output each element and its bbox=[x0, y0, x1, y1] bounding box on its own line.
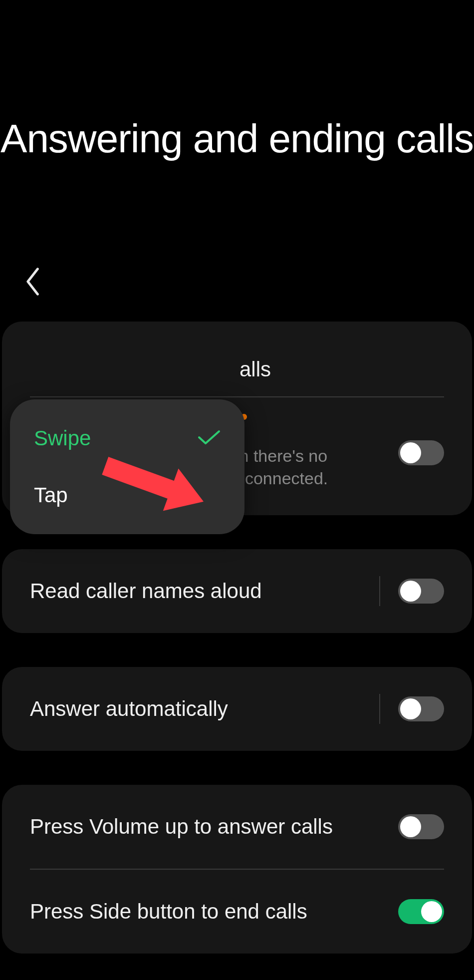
side-button-end-row[interactable]: Press Side button to end calls bbox=[30, 870, 444, 954]
check-icon bbox=[198, 426, 221, 450]
popup-option-swipe-label: Swipe bbox=[34, 426, 91, 450]
how-to-answer-label-suffix: alls bbox=[30, 357, 271, 381]
page-title: Answering and ending calls bbox=[0, 0, 474, 163]
divider-vertical bbox=[379, 576, 380, 606]
back-icon[interactable] bbox=[25, 289, 42, 297]
read-caller-names-toggle[interactable] bbox=[398, 579, 444, 604]
answer-automatically-toggle[interactable] bbox=[398, 696, 444, 721]
answer-automatically-card: Answer automatically bbox=[2, 667, 472, 751]
answer-using-speaker-toggle[interactable] bbox=[398, 440, 444, 465]
how-to-answer-row[interactable]: alls bbox=[30, 357, 444, 396]
popup-option-tap-label: Tap bbox=[34, 483, 68, 507]
answer-automatically-title: Answer automatically bbox=[30, 696, 228, 722]
divider-vertical bbox=[379, 694, 380, 724]
volume-up-answer-title: Press Volume up to answer calls bbox=[30, 814, 333, 840]
side-button-end-title: Press Side button to end calls bbox=[30, 899, 307, 925]
hardware-buttons-card: Press Volume up to answer calls Press Si… bbox=[2, 785, 472, 954]
volume-up-answer-row[interactable]: Press Volume up to answer calls bbox=[30, 785, 444, 869]
read-caller-names-row[interactable]: Read caller names aloud bbox=[30, 549, 444, 633]
read-caller-names-card: Read caller names aloud bbox=[2, 549, 472, 633]
answer-automatically-row[interactable]: Answer automatically bbox=[30, 667, 444, 751]
side-button-end-toggle[interactable] bbox=[398, 899, 444, 924]
volume-up-answer-toggle[interactable] bbox=[398, 814, 444, 839]
read-caller-names-title: Read caller names aloud bbox=[30, 578, 262, 605]
